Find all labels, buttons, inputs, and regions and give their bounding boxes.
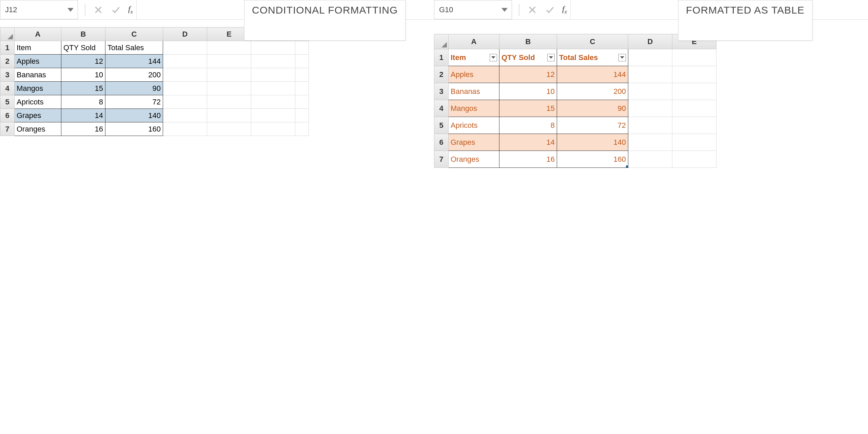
filter-dropdown-icon[interactable] [490,54,497,61]
cell-B5[interactable]: 8 [61,95,105,109]
cell-A1[interactable]: Item [15,41,61,55]
cell-E2[interactable] [672,66,716,83]
cell-C5[interactable]: 72 [557,117,628,134]
cell-G6[interactable] [295,109,309,122]
filter-dropdown-icon[interactable] [547,54,555,61]
cell-A1[interactable]: Item [449,49,499,66]
cell-B2[interactable]: 12 [499,66,557,83]
cell-G1[interactable] [295,41,309,55]
cell-E4[interactable] [672,100,716,117]
cell-F5[interactable] [251,95,295,109]
cell-A3[interactable]: Bananas [449,83,499,100]
cell-C7[interactable]: 160 [557,151,628,168]
cell-A6[interactable]: Grapes [449,134,499,151]
filter-dropdown-icon[interactable] [618,54,626,61]
cell-E6[interactable] [207,109,251,122]
cell-D4[interactable] [163,82,207,95]
column-header-B[interactable]: B [61,27,105,41]
select-all-corner[interactable] [434,34,449,49]
cell-E3[interactable] [672,83,716,100]
cell-F7[interactable] [251,122,295,136]
cell-B5[interactable]: 8 [499,117,557,134]
cell-C1[interactable]: Total Sales [557,49,628,66]
cell-A4[interactable]: Mangos [449,100,499,117]
cell-F2[interactable] [251,55,295,68]
cell-E1[interactable] [672,49,716,66]
cell-D7[interactable] [628,151,672,168]
cell-D2[interactable] [163,55,207,68]
cell-E4[interactable] [207,82,251,95]
fx-icon[interactable]: fx [562,4,567,15]
cell-D6[interactable] [628,134,672,151]
cell-D5[interactable] [628,117,672,134]
table-resize-handle[interactable] [626,165,628,168]
cell-A2[interactable]: Apples [15,55,61,68]
row-header-3[interactable]: 3 [434,83,449,100]
cell-C3[interactable]: 200 [105,68,163,82]
cell-A7[interactable]: Oranges [15,122,61,136]
cell-B3[interactable]: 10 [499,83,557,100]
column-header-A[interactable]: A [15,27,61,41]
cell-B2[interactable]: 12 [61,55,105,68]
cell-D3[interactable] [163,68,207,82]
chevron-down-icon[interactable] [67,8,74,12]
row-header-2[interactable]: 2 [0,55,15,68]
row-header-6[interactable]: 6 [434,134,449,151]
name-box[interactable]: G10 [434,0,512,19]
cell-E7[interactable] [672,151,716,168]
column-header-A[interactable]: A [449,34,499,49]
cell-C7[interactable]: 160 [105,122,163,136]
row-header-4[interactable]: 4 [434,100,449,117]
row-header-7[interactable]: 7 [0,122,15,136]
cell-A7[interactable]: Oranges [449,151,499,168]
column-header-B[interactable]: B [499,34,557,49]
column-header-D[interactable]: D [163,27,207,41]
cell-F1[interactable] [251,41,295,55]
cell-G2[interactable] [295,55,309,68]
cell-B7[interactable]: 16 [499,151,557,168]
row-header-4[interactable]: 4 [0,82,15,95]
cell-A2[interactable]: Apples [449,66,499,83]
cell-E7[interactable] [207,122,251,136]
cell-F4[interactable] [251,82,295,95]
cell-E1[interactable] [207,41,251,55]
cell-A3[interactable]: Bananas [15,68,61,82]
cell-D6[interactable] [163,109,207,122]
cell-C5[interactable]: 72 [105,95,163,109]
cell-C1[interactable]: Total Sales [105,41,163,55]
cell-B1[interactable]: QTY Sold [61,41,105,55]
cell-G4[interactable] [295,82,309,95]
cell-A5[interactable]: Apricots [15,95,61,109]
cell-D2[interactable] [628,66,672,83]
cell-D7[interactable] [163,122,207,136]
cell-B1[interactable]: QTY Sold [499,49,557,66]
cell-A4[interactable]: Mangos [15,82,61,95]
cell-D4[interactable] [628,100,672,117]
cell-C3[interactable]: 200 [557,83,628,100]
fx-icon[interactable]: fx [128,4,133,15]
column-header-D[interactable]: D [628,34,672,49]
cell-B6[interactable]: 14 [499,134,557,151]
cell-A5[interactable]: Apricots [449,117,499,134]
cell-E5[interactable] [672,117,716,134]
column-header-C[interactable]: C [105,27,163,41]
cell-F6[interactable] [251,109,295,122]
cell-A6[interactable]: Grapes [15,109,61,122]
cell-C2[interactable]: 144 [105,55,163,68]
row-header-5[interactable]: 5 [434,117,449,134]
cell-B7[interactable]: 16 [61,122,105,136]
row-header-3[interactable]: 3 [0,68,15,82]
cell-E5[interactable] [207,95,251,109]
cell-D3[interactable] [628,83,672,100]
cell-G5[interactable] [295,95,309,109]
row-header-7[interactable]: 7 [434,151,449,168]
row-header-2[interactable]: 2 [434,66,449,83]
row-header-6[interactable]: 6 [0,109,15,122]
row-header-1[interactable]: 1 [0,41,15,55]
cell-B6[interactable]: 14 [61,109,105,122]
cell-C4[interactable]: 90 [105,82,163,95]
column-header-C[interactable]: C [557,34,628,49]
cell-B3[interactable]: 10 [61,68,105,82]
cell-D1[interactable] [163,41,207,55]
cell-C6[interactable]: 140 [105,109,163,122]
